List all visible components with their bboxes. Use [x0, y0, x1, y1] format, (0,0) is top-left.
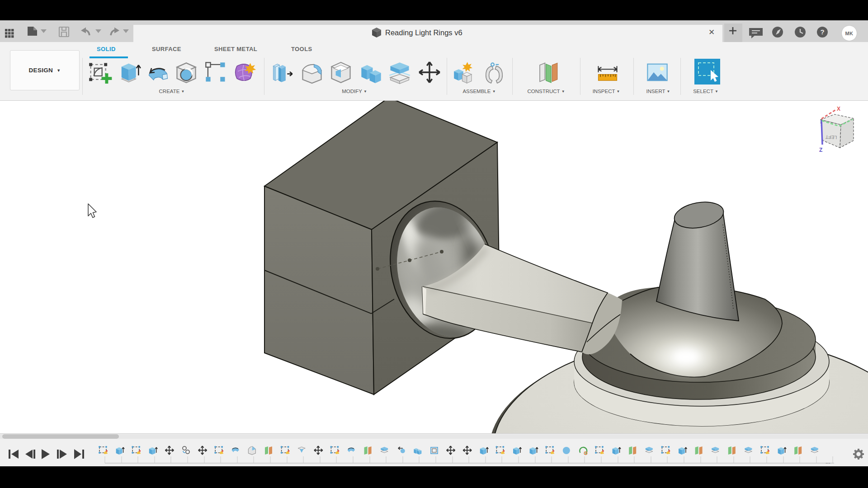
svg-text:LEFT: LEFT — [825, 134, 837, 140]
svg-text:Z: Z — [819, 147, 822, 153]
svg-text:?: ? — [820, 28, 824, 36]
svg-text:...: ... — [826, 458, 830, 465]
svg-text:X: X — [837, 106, 840, 112]
